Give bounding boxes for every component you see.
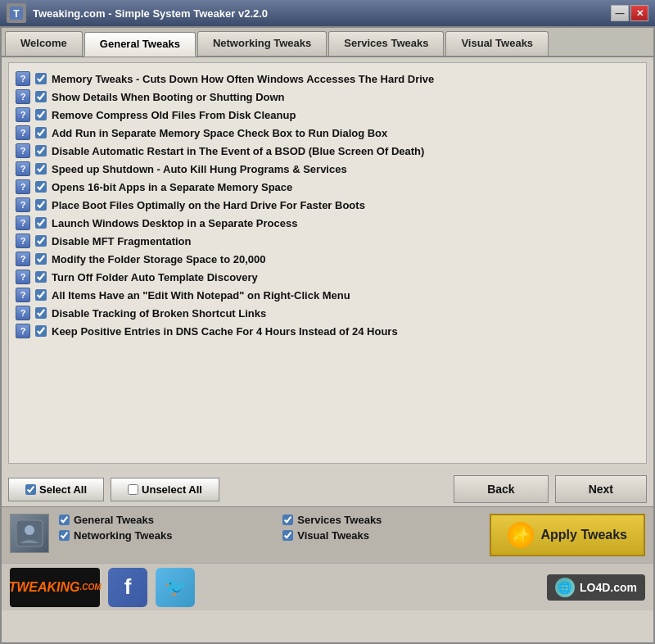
footer-check-networking_tweaks: Networking Tweaks: [59, 529, 258, 542]
svg-text:T: T: [13, 8, 20, 20]
tweak-checkbox-4[interactable]: [35, 127, 47, 138]
footer-icon: [10, 514, 49, 553]
unselect-all-checkbox[interactable]: [128, 484, 138, 495]
tweak-label-11: Modify the Folder Storage Space to 20,00…: [52, 253, 266, 265]
twitter-logo[interactable]: 🐦: [156, 568, 195, 607]
help-button-2[interactable]: ?: [16, 89, 30, 104]
footer-check-general_tweaks: General Tweaks: [59, 514, 258, 526]
help-button-12[interactable]: ?: [16, 270, 30, 284]
footer-check-label-networking_tweaks: Networking Tweaks: [74, 529, 172, 542]
tab-services-tweaks[interactable]: Services Tweaks: [328, 31, 444, 56]
facebook-logo[interactable]: f: [108, 568, 147, 607]
tweak-checkbox-3[interactable]: [35, 109, 47, 120]
footer-checkbox-visual_tweaks[interactable]: [282, 530, 293, 541]
help-button-3[interactable]: ?: [16, 107, 30, 122]
help-button-11[interactable]: ?: [16, 252, 30, 266]
tweak-checkbox-2[interactable]: [35, 91, 47, 102]
tweak-label-6: Speed up Shutdown - Auto Kill Hung Progr…: [52, 163, 347, 175]
next-button[interactable]: Next: [555, 475, 647, 503]
apply-tweaks-button[interactable]: ✨ Apply Tweaks: [490, 514, 645, 556]
footer-check-services_tweaks: Services Tweaks: [282, 514, 481, 526]
footer-checkbox-networking_tweaks[interactable]: [59, 530, 70, 541]
tweak-row-5: ? Disable Automatic Restart in The Event…: [16, 142, 639, 160]
tab-welcome[interactable]: Welcome: [5, 31, 83, 56]
tweak-checkbox-14[interactable]: [35, 307, 47, 319]
tweaks-list: ? Memory Tweaks - Cuts Down How Often Wi…: [8, 62, 647, 464]
help-button-1[interactable]: ?: [16, 71, 30, 86]
tweak-label-10: Disable MFT Fragmentation: [52, 235, 191, 247]
tweak-checkbox-10[interactable]: [35, 235, 47, 247]
tweak-label-2: Show Details When Booting or Shutting Do…: [52, 91, 285, 103]
help-button-6[interactable]: ?: [16, 161, 30, 176]
tweak-row-13: ? All Items Have an "Edit With Notepad" …: [16, 286, 639, 304]
tweak-label-1: Memory Tweaks - Cuts Down How Often Wind…: [52, 73, 434, 85]
tweak-checkbox-11[interactable]: [35, 253, 47, 265]
titlebar: T Tweaking.com - Simple System Tweaker v…: [0, 0, 655, 26]
tweak-row-14: ? Disable Tracking of Broken Shortcut Li…: [16, 304, 639, 322]
back-button[interactable]: Back: [454, 475, 548, 503]
app-icon: T: [7, 3, 26, 23]
footer-checkbox-general_tweaks[interactable]: [59, 515, 70, 525]
apply-icon: ✨: [508, 522, 534, 548]
tab-general-tweaks[interactable]: General Tweaks: [84, 32, 196, 57]
action-buttons: Select All Unselect All Back Next: [2, 469, 653, 506]
tab-networking-tweaks[interactable]: Networking Tweaks: [197, 31, 327, 56]
help-button-15[interactable]: ?: [16, 324, 30, 338]
window-controls: — ✕: [611, 5, 648, 21]
tweak-row-6: ? Speed up Shutdown - Auto Kill Hung Pro…: [16, 160, 639, 178]
tweak-checkbox-9[interactable]: [35, 217, 47, 229]
window-title: Tweaking.com - Simple System Tweaker v2.…: [33, 7, 611, 20]
tweak-checkbox-12[interactable]: [35, 271, 47, 283]
main-window: Welcome General Tweaks Networking Tweaks…: [0, 26, 655, 644]
select-all-button[interactable]: Select All: [8, 478, 104, 501]
footer-checkboxes: General Tweaks Services Tweaks Networkin…: [59, 514, 481, 542]
tweak-checkbox-1[interactable]: [35, 73, 47, 84]
tweaking-logo: TWEAKING .COM: [10, 568, 100, 607]
tweak-checkbox-8[interactable]: [35, 199, 47, 211]
footer-check-label-general_tweaks: General Tweaks: [74, 514, 154, 526]
tweak-label-14: Disable Tracking of Broken Shortcut Link…: [52, 307, 266, 320]
tweak-row-15: ? Keep Positive Entries in DNS Cache For…: [16, 322, 639, 340]
tweak-label-15: Keep Positive Entries in DNS Cache For 4…: [52, 325, 398, 338]
footer-logos: TWEAKING .COM f 🐦 🌐 LO4D.com: [2, 563, 653, 610]
tweak-row-8: ? Place Boot Files Optimally on the Hard…: [16, 196, 639, 214]
unselect-all-button[interactable]: Unselect All: [111, 478, 219, 501]
lo4d-badge: 🌐 LO4D.com: [547, 574, 645, 601]
tweak-checkbox-6[interactable]: [35, 163, 47, 175]
tweak-row-9: ? Launch Windows Desktop in a Separate P…: [16, 214, 639, 232]
tweak-label-4: Add Run in Separate Memory Space Check B…: [52, 127, 387, 139]
minimize-button[interactable]: —: [611, 5, 629, 21]
close-button[interactable]: ✕: [630, 5, 648, 21]
help-button-9[interactable]: ?: [16, 215, 30, 230]
tweak-row-7: ? Opens 16-bit Apps in a Separate Memory…: [16, 178, 639, 196]
tweak-label-3: Remove Compress Old Files From Disk Clea…: [52, 109, 296, 121]
tweak-label-8: Place Boot Files Optimally on the Hard D…: [52, 199, 365, 211]
footer-right: 🌐 LO4D.com: [203, 574, 645, 601]
tweak-row-2: ? Show Details When Booting or Shutting …: [16, 88, 639, 106]
help-button-10[interactable]: ?: [16, 234, 30, 248]
help-button-13[interactable]: ?: [16, 288, 30, 302]
tab-bar: Welcome General Tweaks Networking Tweaks…: [2, 28, 653, 57]
select-all-checkbox[interactable]: [25, 484, 36, 495]
footer-check-label-services_tweaks: Services Tweaks: [297, 514, 382, 526]
help-button-14[interactable]: ?: [16, 306, 30, 320]
svg-point-3: [25, 525, 34, 535]
help-button-5[interactable]: ?: [16, 143, 30, 158]
tweak-row-10: ? Disable MFT Fragmentation: [16, 232, 639, 250]
tweak-checkbox-15[interactable]: [35, 325, 47, 337]
help-button-4[interactable]: ?: [16, 125, 30, 140]
tweak-checkbox-13[interactable]: [35, 289, 47, 301]
tweak-checkbox-7[interactable]: [35, 181, 47, 193]
footer: General Tweaks Services Tweaks Networkin…: [2, 506, 653, 596]
tweak-label-12: Turn Off Folder Auto Template Discovery: [52, 271, 258, 283]
help-button-7[interactable]: ?: [16, 179, 30, 194]
tweak-label-9: Launch Windows Desktop in a Separate Pro…: [52, 217, 297, 229]
tweak-label-5: Disable Automatic Restart in The Event o…: [52, 145, 424, 157]
tweak-label-13: All Items Have an "Edit With Notepad" on…: [52, 289, 350, 302]
tweak-checkbox-5[interactable]: [35, 145, 47, 156]
help-button-8[interactable]: ?: [16, 197, 30, 212]
footer-check-visual_tweaks: Visual Tweaks: [282, 529, 481, 542]
footer-checkbox-services_tweaks[interactable]: [282, 515, 293, 525]
tweak-row-1: ? Memory Tweaks - Cuts Down How Often Wi…: [16, 70, 639, 88]
tab-visual-tweaks[interactable]: Visual Tweaks: [445, 31, 549, 56]
